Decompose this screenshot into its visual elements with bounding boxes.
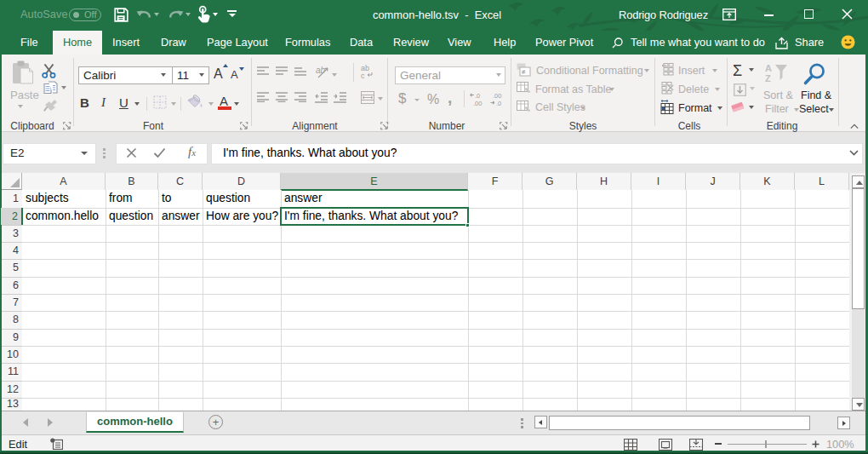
svg-text:≠: ≠	[522, 68, 526, 76]
svg-text:.00: .00	[493, 92, 501, 100]
svg-text:A: A	[765, 63, 772, 73]
svg-text:Z: Z	[765, 73, 771, 83]
svg-text:.00: .00	[473, 100, 482, 106]
svg-text:.0: .0	[496, 100, 501, 106]
svg-text:.0: .0	[475, 92, 480, 100]
svg-text:c: c	[361, 72, 365, 79]
svg-text:ab: ab	[316, 66, 326, 75]
